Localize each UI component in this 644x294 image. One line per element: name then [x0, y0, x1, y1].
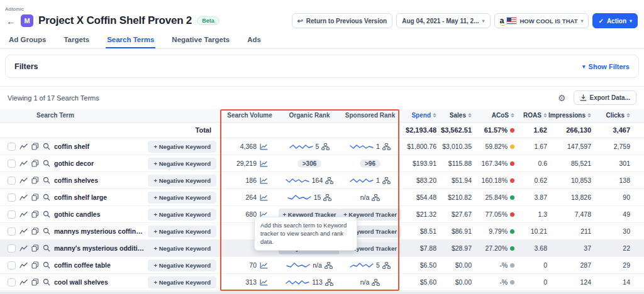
- col-sales[interactable]: Sales: [440, 112, 475, 119]
- date-range-selector[interactable]: Aug 04, 2021 - May 11, 2... ▾: [396, 13, 490, 28]
- col-sponsored-rank[interactable]: Sponsored Rank: [341, 112, 399, 119]
- search-icon[interactable]: [43, 244, 50, 252]
- search-icon[interactable]: [43, 210, 50, 218]
- negative-keyword-button[interactable]: + Negative Keyword: [148, 175, 216, 187]
- search-icon[interactable]: [43, 177, 50, 184]
- rank-history-icon[interactable]: [325, 262, 333, 269]
- row-checkbox[interactable]: [8, 193, 16, 202]
- organic-rank-sparkline: [286, 261, 310, 270]
- trend-chart-icon[interactable]: [19, 177, 28, 184]
- col-impressions[interactable]: Impressions: [551, 112, 595, 119]
- search-icon[interactable]: [43, 278, 50, 286]
- back-arrow-icon[interactable]: ←: [6, 16, 16, 26]
- negative-keyword-button[interactable]: + Negative Keyword: [148, 276, 216, 288]
- rank-history-icon[interactable]: [382, 143, 391, 150]
- col-acos[interactable]: ACoS: [475, 112, 518, 119]
- row-checkbox[interactable]: [8, 278, 16, 286]
- search-icon[interactable]: [43, 261, 50, 269]
- trend-chart-icon[interactable]: [19, 245, 28, 252]
- copy-icon[interactable]: [31, 261, 39, 269]
- negative-keyword-button[interactable]: + Negative Keyword: [148, 192, 216, 204]
- account-selector[interactable]: a HOW COOL IS THAT ▾: [494, 13, 589, 28]
- action-button[interactable]: ✓ Action ▾: [592, 13, 638, 28]
- copy-icon[interactable]: [31, 193, 39, 201]
- total-label: Total: [8, 126, 221, 134]
- trend-chart-icon[interactable]: [19, 160, 28, 167]
- sales-cell: $0.00: [440, 261, 475, 269]
- copy-icon[interactable]: [31, 160, 39, 167]
- search-icon[interactable]: [43, 160, 50, 167]
- negative-keyword-button[interactable]: + Negative Keyword: [148, 141, 216, 153]
- trend-chart-icon[interactable]: [19, 262, 28, 269]
- volume-trend-icon[interactable]: [260, 160, 268, 167]
- sales-cell: $210.82: [440, 193, 475, 201]
- acos-cell: -%: [475, 261, 518, 269]
- col-search-volume[interactable]: Search Volume: [221, 112, 278, 119]
- negative-keyword-button[interactable]: + Negative Keyword: [148, 209, 216, 220]
- organic-rank-cell: n/a: [278, 261, 341, 270]
- trend-chart-icon[interactable]: [19, 228, 28, 235]
- rank-history-icon[interactable]: [321, 143, 330, 150]
- trend-chart-icon[interactable]: [19, 211, 28, 218]
- sales-cell: $86.91: [440, 227, 475, 235]
- copy-icon[interactable]: [31, 177, 39, 184]
- trend-chart-icon[interactable]: [19, 143, 28, 150]
- roas-cell: 1.67: [518, 143, 551, 150]
- volume-trend-icon[interactable]: [260, 194, 268, 201]
- acos-cell: 77.05%: [475, 210, 518, 218]
- rank-history-icon[interactable]: [323, 194, 331, 201]
- row-checkbox[interactable]: [8, 227, 16, 236]
- roas-cell: 0.62: [518, 177, 551, 184]
- search-volume-cell: 264: [221, 193, 278, 201]
- rank-history-icon[interactable]: [325, 177, 333, 184]
- tab-targets[interactable]: Targets: [62, 36, 91, 48]
- trend-chart-icon[interactable]: [19, 194, 28, 201]
- rank-history-icon[interactable]: [372, 279, 380, 286]
- status-dot: [510, 161, 514, 166]
- row-checkbox[interactable]: [8, 244, 16, 253]
- negative-keyword-button[interactable]: + Negative Keyword: [148, 259, 216, 271]
- tab-ads[interactable]: Ads: [246, 36, 262, 48]
- sort-icon: [587, 113, 591, 117]
- row-checkbox[interactable]: [8, 261, 16, 270]
- copy-icon[interactable]: [31, 143, 39, 150]
- impressions-cell: 147,597: [551, 143, 595, 150]
- sponsored-rank-cell: 1: [341, 177, 399, 185]
- copy-icon[interactable]: [31, 278, 39, 286]
- return-previous-version-button[interactable]: ↩ Return to Previous Version: [292, 13, 393, 28]
- search-icon[interactable]: [43, 143, 50, 150]
- negative-keyword-button[interactable]: + Negative Keyword: [148, 242, 216, 254]
- row-checkbox[interactable]: [8, 143, 16, 151]
- volume-trend-icon[interactable]: [260, 143, 268, 150]
- negative-keyword-button[interactable]: + Negative Keyword: [148, 226, 216, 237]
- volume-trend-icon[interactable]: [260, 279, 268, 286]
- col-roas[interactable]: ROAS: [518, 112, 551, 119]
- copy-icon[interactable]: [31, 244, 39, 252]
- col-clicks[interactable]: Clicks: [595, 112, 634, 119]
- row-checkbox[interactable]: [8, 177, 16, 185]
- trend-chart-icon[interactable]: [19, 279, 28, 286]
- gear-icon[interactable]: ⚙: [558, 94, 566, 102]
- row-checkbox[interactable]: [8, 210, 16, 219]
- volume-trend-icon[interactable]: [260, 262, 268, 269]
- search-icon[interactable]: [43, 227, 50, 235]
- volume-trend-icon[interactable]: [260, 177, 268, 184]
- col-search-term[interactable]: Search Term: [8, 112, 221, 119]
- negative-keyword-button[interactable]: + Negative Keyword: [148, 158, 216, 170]
- search-icon[interactable]: [43, 193, 50, 201]
- rank-history-icon[interactable]: [372, 194, 380, 201]
- row-checkbox[interactable]: [8, 160, 16, 168]
- rank-history-icon[interactable]: [325, 279, 333, 286]
- search-volume-value: 4,368: [240, 143, 257, 150]
- copy-icon[interactable]: [31, 227, 39, 235]
- copy-icon[interactable]: [31, 210, 39, 218]
- export-data-button[interactable]: Export Data...: [574, 90, 636, 105]
- tab-search-terms[interactable]: Search Terms: [106, 36, 155, 48]
- rank-history-icon[interactable]: [382, 177, 391, 184]
- rank-history-icon[interactable]: [382, 262, 391, 269]
- tab-ad-groups[interactable]: Ad Groups: [8, 36, 47, 48]
- tab-negative-targets[interactable]: Negative Targets: [170, 36, 231, 48]
- col-organic-rank[interactable]: Organic Rank: [278, 112, 341, 119]
- col-spend[interactable]: Spend: [399, 112, 440, 119]
- show-filters-toggle[interactable]: ▾ Show Filters: [582, 63, 630, 70]
